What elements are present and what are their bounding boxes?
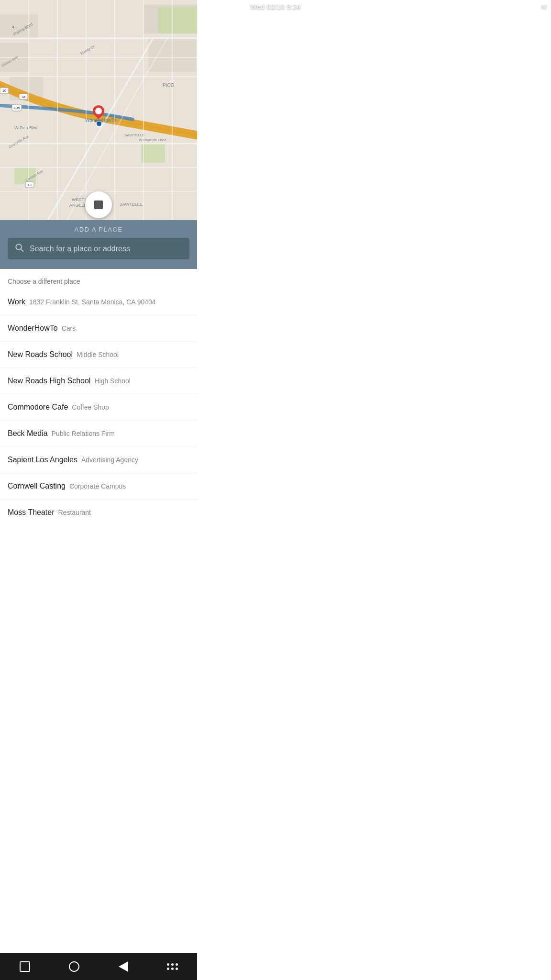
place-type: Public Relations Firm [52, 430, 115, 437]
svg-rect-7 [141, 144, 165, 163]
place-type: Middle School [77, 351, 119, 358]
add-place-panel: ADD A PLACE Search for a place or addres… [0, 220, 197, 269]
nav-home-button[interactable] [11, 957, 39, 976]
pin-shadow [95, 120, 102, 123]
place-type: Advertising Agency [81, 456, 138, 464]
svg-text:PICO: PICO [163, 83, 175, 88]
place-type: Coffee Shop [72, 403, 109, 411]
place-name: WonderHowTo [8, 324, 58, 333]
place-name: Commodore Cafe [8, 403, 68, 412]
place-item[interactable]: Beck Media Public Relations Firm [0, 421, 197, 447]
svg-text:43: 43 [28, 183, 32, 187]
pin-head [90, 103, 107, 119]
search-icon [14, 243, 24, 255]
place-type: Corporate Campus [69, 482, 126, 490]
back-button[interactable]: ← [6, 17, 25, 36]
place-name: Cornwell Casting [8, 482, 66, 490]
svg-text:10: 10 [2, 89, 6, 92]
nav-circle-icon [69, 961, 79, 972]
bottom-nav [0, 953, 197, 980]
nav-square-icon [20, 961, 30, 972]
place-type: Cars [62, 324, 76, 332]
search-placeholder: Search for a place or address [30, 245, 130, 253]
nav-triangle-icon [119, 961, 128, 972]
svg-text:405: 405 [13, 106, 20, 110]
svg-text:W Pico Blvd: W Pico Blvd [14, 125, 38, 130]
place-item[interactable]: Sapient Los Angeles Advertising Agency [0, 447, 197, 473]
place-list-section: Choose a different place Work 1832 Frank… [0, 269, 197, 525]
map-container: Palms Blvd Stoner Ave Bundy Dr W Pico Bl… [0, 0, 197, 220]
place-type: Restaurant [58, 509, 91, 516]
add-place-label: ADD A PLACE [8, 226, 189, 233]
place-type: 1832 Franklin St, Santa Monica, CA 90404 [29, 298, 156, 306]
place-type: High School [94, 377, 131, 385]
place-name: New Roads High School [8, 377, 90, 385]
nav-back-button[interactable] [109, 957, 138, 976]
back-arrow-icon: ← [10, 21, 21, 33]
place-item[interactable]: New Roads School Middle School [0, 342, 197, 368]
svg-text:SAWTELLE: SAWTELLE [124, 133, 144, 137]
place-name: Sapient Los Angeles [8, 456, 77, 464]
place-item[interactable]: WonderHowTo Cars [0, 315, 197, 342]
stop-square-icon [94, 200, 103, 209]
place-item[interactable]: New Roads High School High School [0, 368, 197, 394]
choose-label: Choose a different place [0, 269, 197, 289]
place-item[interactable]: Work 1832 Franklin St, Santa Monica, CA … [0, 289, 197, 315]
nav-dots-icon [167, 963, 178, 970]
status-bar: Wed 02/10 9:24 82 [0, 0, 197, 13]
place-name: Moss Theater [8, 508, 55, 517]
stop-button[interactable] [85, 191, 112, 218]
nav-menu-button[interactable] [158, 957, 187, 976]
svg-line-45 [21, 249, 23, 252]
nav-circle-button[interactable] [60, 957, 88, 976]
place-item[interactable]: Commodore Cafe Coffee Shop [0, 394, 197, 421]
place-item[interactable]: Moss Theater Restaurant [0, 500, 197, 525]
place-list: Work 1832 Franklin St, Santa Monica, CA … [0, 289, 197, 525]
map-pin [93, 105, 104, 123]
place-item[interactable]: Cornwell Casting Corporate Campus [0, 473, 197, 500]
svg-text:W Olympic Blvd: W Olympic Blvd [139, 138, 165, 142]
svg-text:SAWTELLE: SAWTELLE [120, 202, 143, 207]
place-name: New Roads School [8, 350, 73, 359]
search-bar[interactable]: Search for a place or address [8, 238, 189, 259]
pin-inner [94, 106, 103, 116]
svg-text:3A: 3A [22, 95, 26, 99]
place-name: Work [8, 298, 25, 306]
place-name: Beck Media [8, 429, 48, 438]
stop-button-container [85, 191, 112, 220]
